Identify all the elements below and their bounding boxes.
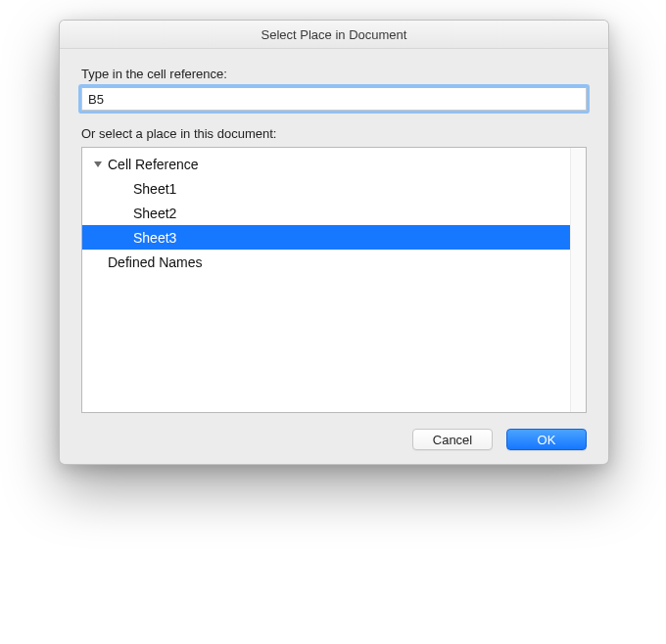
dialog-body: Type in the cell reference: Or select a … [60,49,608,464]
tree-item-sheet3[interactable]: Sheet3 [82,225,571,250]
tree-group-label: Defined Names [108,254,203,270]
ok-button[interactable]: OK [506,429,587,450]
tree-item-label: Sheet3 [133,230,176,246]
dialog-footer: Cancel OK [81,413,587,450]
tree-item-sheet1[interactable]: Sheet1 [82,176,571,201]
cell-reference-field-focus-ring [81,87,587,111]
svg-marker-0 [94,161,102,167]
select-place-dialog: Select Place in Document Type in the cel… [59,20,609,465]
cancel-button-label: Cancel [433,433,472,447]
place-tree-container: Cell Reference Sheet1 Sheet2 Sheet3 Defi… [81,147,587,413]
ok-button-label: OK [538,433,556,447]
dialog-title: Select Place in Document [262,27,407,42]
tree-item-label: Sheet1 [133,181,176,197]
tree-group-cell-reference[interactable]: Cell Reference [82,152,571,176]
tree-group-defined-names[interactable]: Defined Names [82,250,571,274]
place-tree[interactable]: Cell Reference Sheet1 Sheet2 Sheet3 Defi… [82,148,571,412]
disclosure-triangle-down-icon[interactable] [92,160,104,169]
scrollbar-vertical[interactable] [570,148,586,412]
place-select-label: Or select a place in this document: [81,126,587,141]
tree-item-sheet2[interactable]: Sheet2 [82,201,571,225]
cell-reference-input[interactable] [81,87,587,111]
cell-reference-label: Type in the cell reference: [81,67,587,81]
cancel-button[interactable]: Cancel [412,429,493,450]
dialog-titlebar[interactable]: Select Place in Document [60,21,608,49]
tree-group-label: Cell Reference [108,157,199,172]
tree-item-label: Sheet2 [133,206,176,221]
